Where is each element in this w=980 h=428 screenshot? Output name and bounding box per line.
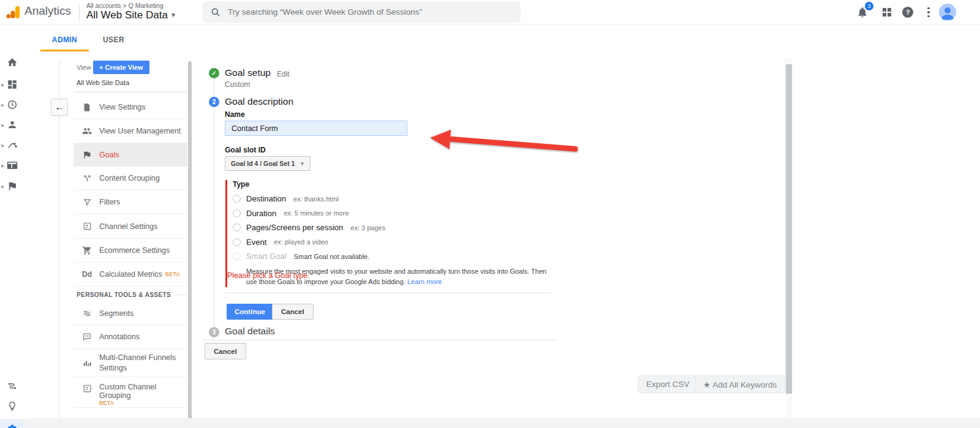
menu-item-goals[interactable]: Goals bbox=[74, 143, 187, 167]
annotation-arrow bbox=[429, 126, 579, 162]
help-button[interactable]: ? bbox=[900, 5, 915, 20]
radio-smart-goal-disabled bbox=[233, 252, 241, 260]
menu-item-channel-settings[interactable]: Channel Settings bbox=[74, 214, 187, 239]
menu-item-label: Goals bbox=[99, 151, 119, 159]
bottom-strip bbox=[0, 418, 980, 428]
property-view-selector[interactable]: All Web Site Data▼ bbox=[86, 9, 176, 21]
menu-item-view-settings[interactable]: View Settings bbox=[74, 96, 187, 119]
expand-caret-icon[interactable]: ▶ bbox=[1, 143, 4, 148]
nav-acquisition[interactable] bbox=[7, 140, 18, 151]
avatar[interactable] bbox=[939, 4, 956, 21]
form-divider bbox=[202, 340, 557, 340]
expand-caret-icon[interactable]: ▶ bbox=[1, 103, 4, 108]
collapse-panel-button[interactable]: ← bbox=[51, 99, 68, 116]
option-hint: ex: played a video bbox=[274, 238, 328, 246]
header-divider bbox=[79, 4, 80, 21]
expand-caret-icon[interactable]: ▶ bbox=[1, 163, 4, 168]
behavior-icon bbox=[7, 160, 18, 171]
tab-user[interactable]: USER bbox=[89, 31, 138, 51]
menu-item-content-grouping[interactable]: Content Grouping bbox=[74, 167, 187, 190]
nav-realtime[interactable] bbox=[7, 99, 18, 110]
step2-number: 2 bbox=[209, 97, 219, 107]
menu-item-view-user-management[interactable]: View User Management bbox=[74, 119, 187, 143]
goal-slot-value: Goal Id 4 / Goal Set 1 bbox=[231, 160, 295, 167]
expand-caret-icon[interactable]: ▶ bbox=[1, 123, 4, 128]
menu-item-annotations[interactable]: Annotations bbox=[74, 325, 187, 349]
channel-icon bbox=[82, 384, 92, 393]
nav-attribution[interactable] bbox=[7, 380, 18, 391]
content-scrollbar[interactable] bbox=[786, 64, 792, 394]
channel-icon bbox=[82, 222, 92, 231]
chevron-down-icon: ▼ bbox=[300, 161, 304, 167]
nav-conversions[interactable] bbox=[7, 181, 18, 192]
menu-item-calculated-metrics[interactable]: Dd Calculated Metrics BETA bbox=[74, 263, 187, 287]
option-label[interactable]: Pages/Screens per session bbox=[246, 223, 343, 232]
outer-cancel-button[interactable]: Cancel bbox=[205, 343, 246, 359]
nav-behavior[interactable] bbox=[7, 160, 18, 171]
menu-item-ecommerce-settings[interactable]: Ecommerce Settings bbox=[74, 239, 187, 263]
beta-badge: BETA bbox=[99, 400, 187, 406]
home-icon bbox=[7, 57, 18, 68]
goal-type-error: Please pick a Goal type. bbox=[227, 271, 310, 280]
menu-item-filters[interactable]: Filters bbox=[74, 190, 187, 214]
menu-item-custom-channel-grouping[interactable]: Custom Channel Grouping BETA bbox=[74, 377, 187, 408]
option-hint: ex: 5 minutes or more bbox=[284, 209, 349, 217]
menu-scrollbar[interactable] bbox=[188, 61, 192, 420]
add-all-keywords-button[interactable]: ★ Add All Keywords bbox=[695, 375, 785, 393]
menu-item-mcf-settings[interactable]: Multi-Channel Funnels Settings bbox=[74, 349, 187, 377]
left-nav-rail: ▶ ▶ ▶ ▶ ▶ ▶ bbox=[0, 24, 24, 419]
more-options-button[interactable] bbox=[921, 5, 936, 20]
breadcrumb[interactable]: All accounts > Q Marketing bbox=[86, 2, 164, 9]
search-icon bbox=[211, 7, 221, 17]
beta-badge: BETA bbox=[165, 271, 180, 277]
nav-home[interactable] bbox=[7, 57, 18, 68]
gear-icon bbox=[7, 424, 18, 428]
create-view-button[interactable]: + Create View bbox=[93, 61, 149, 74]
type-option-destination: Destination ex: thanks.html bbox=[233, 194, 568, 203]
radio-destination[interactable] bbox=[233, 195, 241, 203]
cancel-button[interactable]: Cancel bbox=[272, 304, 314, 320]
nav-discover[interactable] bbox=[7, 400, 18, 411]
option-hint: ex: thanks.html bbox=[293, 195, 339, 203]
menu-item-label: Calculated Metrics bbox=[99, 270, 162, 279]
nav-customization[interactable] bbox=[7, 79, 18, 90]
radio-pages-per-session[interactable] bbox=[233, 223, 241, 231]
continue-button[interactable]: Continue bbox=[227, 304, 273, 320]
expand-caret-icon[interactable]: ▶ bbox=[1, 83, 4, 88]
view-selector-label: All Web Site Data bbox=[86, 9, 168, 21]
tab-admin[interactable]: ADMIN bbox=[40, 31, 89, 51]
customization-icon bbox=[7, 79, 18, 90]
expand-caret-icon[interactable]: ▶ bbox=[1, 184, 4, 189]
global-search bbox=[202, 1, 521, 23]
option-label[interactable]: Destination bbox=[246, 194, 286, 203]
option-label[interactable]: Event bbox=[246, 238, 266, 247]
arrow-head-icon bbox=[429, 128, 451, 149]
split-icon bbox=[82, 174, 92, 183]
section-header-personal-tools: PERSONAL TOOLS & ASSETS bbox=[74, 287, 187, 302]
search-input[interactable] bbox=[228, 7, 497, 17]
radio-duration[interactable] bbox=[233, 209, 241, 217]
radio-event[interactable] bbox=[233, 238, 241, 246]
step1-done-check-icon: ✓ bbox=[209, 68, 219, 78]
menu-item-segments[interactable]: Segments bbox=[74, 302, 187, 325]
goal-name-input[interactable] bbox=[225, 121, 407, 136]
goal-slot-dropdown[interactable]: Goal Id 4 / Goal Set 1 ▼ bbox=[225, 156, 311, 171]
learn-more-link[interactable]: Learn more bbox=[407, 278, 442, 285]
menu-item-label: Filters bbox=[99, 198, 120, 206]
nav-audience[interactable] bbox=[7, 119, 18, 130]
attribution-icon bbox=[7, 380, 18, 391]
apps-button[interactable] bbox=[880, 5, 894, 20]
notification-badge: 3 bbox=[865, 2, 873, 10]
type-option-duration: Duration ex: 5 minutes or more bbox=[233, 209, 568, 218]
notifications-button[interactable]: 3 bbox=[855, 5, 870, 20]
acquisition-icon bbox=[7, 140, 18, 151]
dd-icon: Dd bbox=[82, 270, 92, 279]
edit-link[interactable]: Edit bbox=[277, 70, 290, 78]
step1-title: Goal setup bbox=[225, 67, 271, 78]
export-csv-button[interactable]: Export CSV bbox=[638, 375, 698, 393]
analytics-logo-icon[interactable] bbox=[6, 5, 21, 20]
option-label[interactable]: Duration bbox=[246, 209, 276, 218]
menu-item-label: Custom Channel Grouping bbox=[99, 383, 187, 400]
lightbulb-icon bbox=[7, 400, 18, 411]
type-option-pages-per-session: Pages/Screens per session ex: 3 pages bbox=[233, 223, 568, 232]
